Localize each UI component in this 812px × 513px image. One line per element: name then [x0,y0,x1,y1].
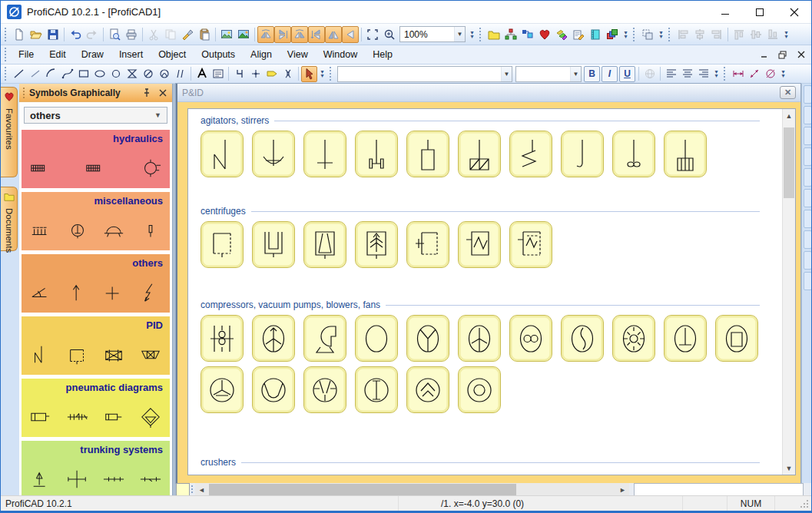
category-hydraulics[interactable]: hydraulics [22,130,170,188]
antenna-symbol[interactable] [29,468,52,493]
symbol-centrifuge-cone[interactable] [303,221,346,268]
chevron-down-icon[interactable]: ▼ [570,67,581,81]
print-icon[interactable] [123,26,140,43]
background-image-icon[interactable] [235,26,252,43]
circle-chord-tool-icon[interactable] [156,66,172,82]
toolbar-grip[interactable] [329,67,333,81]
parallel-lines-tool-icon[interactable] [172,66,188,82]
symbol-pump-tee[interactable] [664,315,707,362]
resize-grip[interactable] [774,496,811,511]
open-file-icon[interactable] [28,26,45,43]
right-strip-button[interactable] [804,168,812,187]
symbol-agitator-helical[interactable] [509,131,552,177]
format-painter-icon[interactable] [179,26,196,43]
panel-grip[interactable] [22,88,25,98]
symbol-rotary-gear[interactable] [612,315,655,362]
symbol-agitator-anchor[interactable] [252,131,295,177]
dashed-square-mini[interactable] [66,344,89,369]
symbol-wind-turbine[interactable] [252,315,295,362]
zoom-combo[interactable]: 100%▼ [399,26,466,42]
cross-ticks-symbol[interactable] [66,468,89,493]
line-ticks-symbol[interactable] [102,468,125,493]
side-tab-documents[interactable]: Documents [1,187,18,251]
line-tool-icon[interactable] [11,66,27,82]
layers-icon[interactable] [604,26,621,43]
cylinder-symbol[interactable] [29,406,52,431]
pages-link-icon[interactable] [519,26,536,43]
menu-insert[interactable]: Insert [111,45,151,64]
folder-icon[interactable] [486,26,502,43]
symbol-agitator-paddle[interactable] [303,131,346,177]
chevron-down-icon[interactable]: ▼ [501,67,512,81]
colored-sheets-icon[interactable] [553,26,570,43]
selection-frame-icon[interactable] [364,26,381,43]
hydraulic-unit-2[interactable] [85,157,108,182]
category-PID[interactable]: PID [22,316,170,375]
right-strip-button[interactable] [804,127,812,145]
toolbar-overflow-chevron-icon[interactable]: ▾▾ [781,26,791,43]
menu-help[interactable]: Help [365,45,400,64]
symbol-agitator-frame[interactable] [406,131,449,177]
flip-down-icon[interactable] [308,26,325,43]
category-pneumatic-diagrams[interactable]: pneumatic diagrams [22,379,170,437]
polyline-tool-icon[interactable] [27,66,43,82]
text-area-tool-icon[interactable] [210,66,226,82]
symbol-piston-box[interactable] [715,315,758,362]
plus-symbol[interactable] [102,282,125,306]
toolbar-grip[interactable] [4,28,8,41]
right-strip-button[interactable] [804,147,812,166]
text-tool-icon[interactable] [194,66,210,82]
right-strip-button[interactable] [804,251,812,270]
symbol-compressor-chevrons[interactable] [406,366,449,413]
insert-image-icon[interactable] [218,26,235,43]
align-text-right-icon[interactable] [695,66,711,82]
symbol-fan-vee[interactable] [406,315,449,362]
rectangle-tool-icon[interactable] [75,66,91,82]
symbol-centrifuge-zigzag[interactable] [458,221,501,268]
circle-tool-icon[interactable] [108,66,124,82]
small-cylinder-symbol[interactable] [102,406,125,431]
dimension-diagonal-icon[interactable] [746,66,762,82]
pump-circle[interactable] [139,157,162,182]
scroll-up-icon[interactable]: ▲ [783,109,795,122]
vertical-scrollbar[interactable]: ▲ ▼ [782,109,795,475]
ellipse-tool-icon[interactable] [91,66,108,82]
symbol-centrifuge-arrows[interactable] [355,221,398,268]
menu-file[interactable]: File [11,45,41,64]
label-tag-icon[interactable] [263,66,280,82]
underline-button[interactable]: U [619,66,635,82]
toolbar-grip[interactable] [479,28,482,41]
arrow-up-symbol[interactable] [66,282,89,306]
size-combo[interactable]: ▼ [515,66,582,82]
menubar-grip[interactable] [4,48,8,61]
rotate-right-icon[interactable] [291,26,308,43]
group-objects-icon[interactable] [639,26,656,43]
dimension-diameter-icon[interactable] [762,66,778,82]
undo-icon[interactable] [67,26,84,43]
select-arrow-icon[interactable] [301,66,317,82]
connection-point-icon[interactable] [247,66,263,82]
vertical-scroll-thumb[interactable] [784,127,794,198]
right-strip-button[interactable] [804,106,812,124]
favourites-heart-icon[interactable] [536,26,553,43]
flip-rotate-left-icon[interactable] [257,26,274,43]
symbol-roots-blower[interactable] [509,315,552,362]
save-icon[interactable] [45,26,61,43]
toolbar-overflow-chevron-icon[interactable]: ▾▾ [467,26,477,43]
side-tab-favourites[interactable]: Favourites [1,87,18,177]
earth-symbol[interactable] [66,220,89,244]
symbol-agitator-impeller-h[interactable] [355,131,398,177]
lightning-symbol[interactable] [139,282,162,306]
symbol-agitator-hook[interactable] [561,131,604,177]
menu-align[interactable]: Align [243,45,280,64]
symbol-compressor-frame-8[interactable] [201,315,244,362]
category-trunking-systems[interactable]: trunking systems [22,441,170,496]
minimize-button[interactable] [708,1,742,23]
symbol-agitator-hatched[interactable] [458,131,501,177]
menu-view[interactable]: View [280,45,316,64]
right-strip-button[interactable] [804,189,812,207]
symbol-centrifuge-zigzag-dashed[interactable] [509,221,552,268]
panel-close-icon[interactable] [156,86,170,100]
zoom-icon[interactable] [381,26,398,43]
trapezoid-x-mini[interactable] [139,344,162,369]
